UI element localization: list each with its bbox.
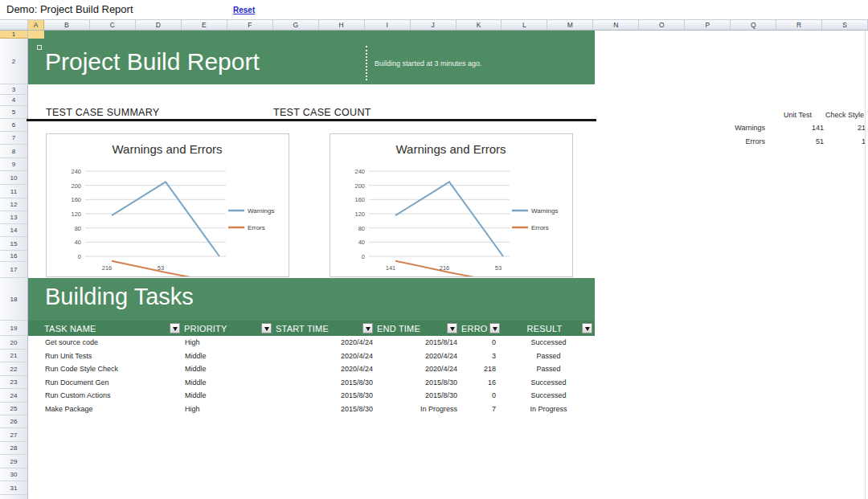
column-header-N[interactable]: N — [593, 20, 639, 30]
task-cell-start-time[interactable]: 2015/8/30 — [274, 389, 375, 403]
task-col-header-result[interactable]: RESULT — [502, 321, 595, 336]
task-cell-end-time[interactable]: 2020/4/24 — [375, 350, 460, 362]
row-header-24[interactable]: 24 — [0, 389, 27, 403]
row-header-7[interactable]: 7 — [0, 132, 27, 145]
column-header-A[interactable]: A — [28, 20, 44, 30]
filter-dropdown-button[interactable] — [362, 323, 373, 333]
task-cell-priority[interactable]: Middle — [182, 389, 274, 403]
task-col-header-end-time[interactable]: END TIME — [375, 321, 460, 336]
task-cell-error[interactable]: 3 — [460, 350, 502, 362]
row-header-26[interactable]: 26 — [0, 415, 27, 428]
chart-warnings-errors-count[interactable]: Warnings and Errors040801201602002401412… — [330, 133, 573, 277]
stats-header-check-style[interactable]: Check Style — [821, 109, 868, 121]
column-header-F[interactable]: F — [227, 20, 273, 30]
task-cell-priority[interactable]: High — [182, 403, 274, 415]
task-cell-result[interactable]: In Progress — [502, 403, 595, 415]
column-header-O[interactable]: O — [639, 20, 685, 30]
task-cell-priority[interactable]: High — [182, 336, 274, 350]
row-header-12[interactable]: 12 — [0, 198, 27, 211]
task-cell-error[interactable]: 16 — [460, 376, 502, 389]
row-header-31[interactable]: 31 — [0, 481, 27, 495]
task-cell-end-time[interactable]: In Progress — [375, 403, 460, 415]
stats-label-errors[interactable]: Errors — [707, 136, 765, 147]
task-cell-result[interactable]: Successed — [502, 336, 595, 350]
task-cell-result[interactable]: Passed — [502, 362, 595, 376]
row-header-1[interactable]: 1 — [0, 31, 27, 39]
row-header-10[interactable]: 10 — [0, 171, 27, 185]
row-header-11[interactable]: 11 — [0, 185, 27, 198]
row-header-22[interactable]: 22 — [0, 362, 27, 376]
column-header-S[interactable]: S — [822, 20, 868, 30]
task-cell-start-time[interactable]: 2020/4/24 — [274, 350, 375, 362]
row-header-15[interactable]: 15 — [0, 237, 27, 251]
row-header-2[interactable]: 2 — [0, 39, 27, 84]
task-cell-end-time[interactable]: 2015/8/14 — [375, 336, 460, 350]
row-header-18[interactable]: 18 — [0, 278, 27, 321]
task-cell-result[interactable]: Successed — [502, 376, 595, 389]
row-header-6[interactable]: 6 — [0, 119, 27, 132]
task-cell-end-time[interactable]: 2015/8/30 — [375, 389, 460, 403]
task-cell-error[interactable]: 0 — [460, 336, 502, 350]
select-all-corner[interactable] — [0, 20, 28, 30]
task-col-header-start-time[interactable]: START TIME — [274, 321, 375, 336]
column-header-C[interactable]: C — [90, 20, 136, 30]
task-cell-task-name[interactable]: Run Unit Tests — [28, 350, 182, 362]
task-cell-result[interactable]: Successed — [502, 389, 595, 403]
row-header-29[interactable]: 29 — [0, 455, 27, 468]
task-cell-start-time[interactable]: 2015/8/30 — [274, 403, 375, 415]
chart-warnings-errors-summary[interactable]: Warnings and Errors040801201602002402165… — [46, 133, 289, 277]
task-cell-task-name[interactable]: Make Package — [28, 403, 182, 415]
task-cell-start-time[interactable]: 2015/8/30 — [274, 376, 375, 389]
column-header-D[interactable]: D — [136, 20, 182, 30]
column-header-M[interactable]: M — [547, 20, 593, 30]
row-header-27[interactable]: 27 — [0, 428, 27, 442]
filter-dropdown-button[interactable] — [170, 323, 180, 333]
row-header-21[interactable]: 21 — [0, 350, 27, 362]
column-header-B[interactable]: B — [44, 20, 90, 30]
column-header-H[interactable]: H — [319, 20, 365, 30]
filter-dropdown-button[interactable] — [261, 323, 272, 333]
row-header-16[interactable]: 16 — [0, 251, 27, 262]
column-header-K[interactable]: K — [457, 20, 502, 30]
selected-cell-a1[interactable] — [28, 31, 44, 39]
row-header-19[interactable]: 19 — [0, 321, 27, 336]
task-col-header-priority[interactable]: PRIORITY — [182, 321, 274, 336]
row-header-17[interactable]: 17 — [0, 262, 27, 278]
task-cell-error[interactable]: 7 — [460, 403, 502, 415]
task-cell-task-name[interactable]: Run Document Gen — [28, 376, 182, 389]
stats-header-unit-test[interactable]: Unit Test — [775, 109, 821, 121]
task-col-header-error[interactable]: ERROR — [460, 321, 502, 336]
task-cell-task-name[interactable]: Get source code — [28, 336, 182, 350]
task-cell-priority[interactable]: Middle — [182, 362, 274, 376]
row-header-30[interactable]: 30 — [0, 468, 27, 481]
row-header-13[interactable]: 13 — [0, 211, 27, 224]
filter-dropdown-button[interactable] — [447, 323, 457, 333]
filter-dropdown-button[interactable] — [582, 323, 592, 333]
row-header-25[interactable]: 25 — [0, 403, 27, 415]
task-cell-end-time[interactable]: 2020/4/24 — [375, 362, 460, 376]
row-header-4[interactable]: 4 — [0, 95, 27, 106]
stats-value-warnings-check-style[interactable]: 21 — [809, 122, 866, 133]
task-cell-start-time[interactable]: 2020/4/24 — [274, 336, 375, 350]
row-header-3[interactable]: 3 — [0, 84, 27, 95]
column-header-I[interactable]: I — [365, 20, 411, 30]
row-header-5[interactable]: 5 — [0, 106, 27, 119]
row-header-28[interactable]: 28 — [0, 442, 27, 455]
task-cell-task-name[interactable]: Run Code Style Check — [28, 362, 182, 376]
column-header-G[interactable]: G — [273, 20, 319, 30]
row-header-20[interactable]: 20 — [0, 336, 27, 350]
task-cell-start-time[interactable]: 2020/4/24 — [274, 362, 375, 376]
task-cell-end-time[interactable]: 2015/8/30 — [375, 376, 460, 389]
row-header-23[interactable]: 23 — [0, 376, 27, 389]
task-cell-priority[interactable]: Middle — [182, 350, 274, 362]
filter-dropdown-button[interactable] — [489, 323, 500, 333]
row-header-14[interactable]: 14 — [0, 224, 27, 237]
column-header-R[interactable]: R — [776, 20, 822, 30]
task-col-header-task-name[interactable]: TASK NAME — [28, 321, 182, 336]
reset-link[interactable]: Reset — [233, 6, 255, 14]
row-header-9[interactable]: 9 — [0, 158, 27, 171]
row-header-8[interactable]: 8 — [0, 145, 27, 158]
column-header-Q[interactable]: Q — [731, 20, 776, 30]
task-cell-error[interactable]: 218 — [460, 362, 502, 376]
task-cell-result[interactable]: Passed — [502, 350, 595, 362]
